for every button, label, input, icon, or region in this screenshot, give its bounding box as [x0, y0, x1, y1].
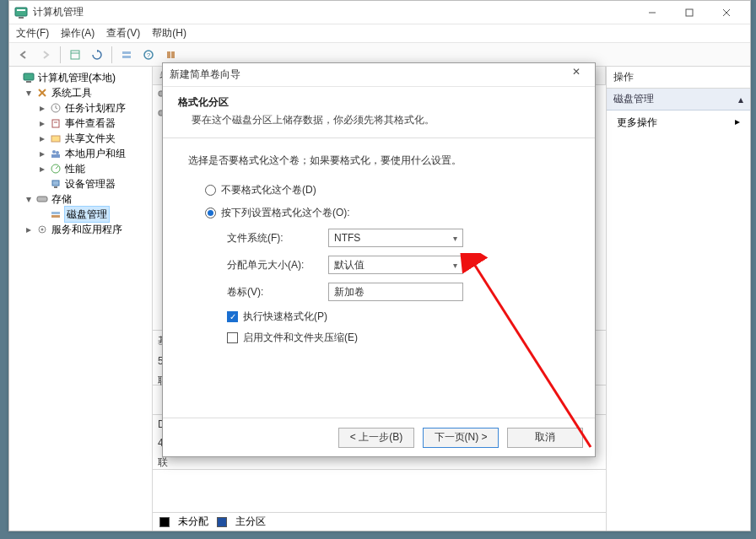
new-simple-volume-wizard: 新建简单卷向导 ✕ 格式化分区 要在这个磁盘分区上储存数据，你必须先将其格式化。…	[162, 62, 596, 457]
computer-icon	[23, 72, 35, 84]
storage-icon	[36, 193, 48, 205]
wizard-body: 选择是否要格式化这个卷；如果要格式化，要使用什么设置。 不要格式化这个卷(D) …	[163, 138, 595, 418]
actions-group-disk[interactable]: 磁盘管理 ▴	[607, 89, 750, 110]
checkbox-icon	[227, 332, 238, 343]
tree-system-tools[interactable]: ▾ 系统工具	[24, 85, 150, 100]
users-icon	[50, 148, 62, 159]
next-button[interactable]: 下一页(N) >	[423, 428, 499, 448]
menu-view[interactable]: 查看(V)	[106, 26, 140, 40]
performance-icon	[50, 163, 62, 175]
tree-storage[interactable]: ▾ 存储	[24, 191, 150, 207]
svg-rect-29	[51, 215, 60, 218]
wizard-titlebar: 新建简单卷向导 ✕	[163, 63, 595, 87]
svg-point-22	[56, 151, 59, 154]
tree-shared-folders[interactable]: ▸共享文件夹	[38, 131, 150, 146]
menu-help[interactable]: 帮助(H)	[152, 26, 186, 40]
toolbar-btn-3[interactable]	[117, 46, 136, 64]
tree-pane: 计算机管理(本地) ▾ 系统工具 ▸任务计划程序 ▸事件查看器 ▸共享文件夹 ▸…	[9, 67, 153, 531]
wizard-close-button[interactable]: ✕	[564, 66, 588, 84]
wizard-instruction: 选择是否要格式化这个卷；如果要格式化，要使用什么设置。	[188, 154, 570, 168]
actions-more[interactable]: 更多操作 ▸	[607, 110, 750, 135]
svg-rect-14	[171, 51, 175, 58]
cancel-button[interactable]: 取消	[507, 428, 583, 448]
svg-rect-15	[24, 73, 34, 80]
back-button[interactable]: < 上一步(B)	[338, 428, 414, 448]
svg-rect-16	[26, 81, 31, 83]
disk-mgmt-icon	[50, 208, 62, 220]
toolbar-btn-5[interactable]	[161, 46, 180, 64]
tree-root[interactable]: 计算机管理(本地)	[11, 70, 150, 85]
menubar: 文件(F) 操作(A) 查看(V) 帮助(H)	[9, 24, 750, 43]
tree-services[interactable]: ▸服务和应用程序	[24, 222, 150, 237]
alloc-combo[interactable]: 默认值 ▾	[328, 256, 463, 274]
legend: 未分配 主分区	[153, 512, 606, 531]
svg-rect-27	[37, 197, 47, 202]
tree-performance[interactable]: ▸性能	[38, 161, 150, 176]
svg-rect-23	[51, 154, 60, 158]
svg-rect-1	[17, 9, 25, 11]
chevron-down-icon: ▾	[453, 261, 457, 270]
legend-unallocated: 未分配	[178, 515, 208, 529]
radio-icon	[205, 208, 216, 218]
svg-rect-28	[51, 212, 60, 214]
titlebar: 计算机管理	[9, 1, 750, 24]
svg-rect-20	[51, 136, 60, 142]
help-icon[interactable]: ?	[139, 46, 158, 64]
volume-label-input[interactable]: 新加卷	[328, 283, 463, 301]
radio-icon	[205, 185, 216, 196]
fs-label: 文件系统(F):	[227, 231, 328, 245]
minimize-button[interactable]	[634, 1, 671, 24]
svg-rect-13	[167, 51, 170, 58]
svg-rect-0	[15, 8, 27, 16]
wizard-title-text: 新建简单卷向导	[170, 67, 564, 82]
chevron-right-icon: ▸	[735, 116, 740, 130]
tree-device-manager[interactable]: 设备管理器	[38, 176, 150, 191]
refresh-icon[interactable]	[88, 46, 106, 64]
nav-fwd-icon[interactable]	[36, 46, 55, 64]
chevron-up-icon: ▴	[738, 94, 743, 105]
alloc-label: 分配单元大小(A):	[227, 258, 328, 272]
tree-disk-management[interactable]: 磁盘管理	[38, 207, 150, 222]
enable-compression-checkbox[interactable]: 启用文件和文件夹压缩(E)	[227, 331, 570, 345]
radio-format[interactable]: 按下列设置格式化这个卷(O):	[205, 206, 570, 220]
tree-task-scheduler[interactable]: ▸任务计划程序	[38, 100, 150, 116]
legend-primary: 主分区	[235, 515, 266, 529]
svg-rect-7	[71, 51, 79, 59]
maximize-button[interactable]	[671, 1, 708, 24]
svg-point-31	[41, 229, 44, 231]
menu-file[interactable]: 文件(F)	[16, 26, 49, 40]
radio-no-format[interactable]: 不要格式化这个卷(D)	[205, 183, 570, 197]
close-button[interactable]	[708, 1, 745, 24]
clock-icon	[50, 102, 62, 114]
svg-text:?: ?	[147, 51, 151, 59]
svg-rect-9	[122, 51, 131, 54]
wizard-header-title: 格式化分区	[178, 95, 580, 110]
svg-rect-10	[122, 56, 131, 58]
checkbox-icon	[227, 311, 238, 322]
toolbar-btn-1[interactable]	[66, 46, 84, 64]
chevron-down-icon: ▾	[453, 234, 457, 243]
svg-rect-25	[52, 181, 59, 186]
wizard-footer: < 上一步(B) 下一页(N) > 取消	[163, 418, 595, 456]
wizard-header-sub: 要在这个磁盘分区上储存数据，你必须先将其格式化。	[178, 113, 580, 127]
tree-local-users[interactable]: ▸本地用户和组	[38, 146, 150, 161]
actions-pane: 操作 磁盘管理 ▴ 更多操作 ▸	[607, 67, 750, 531]
tools-icon	[36, 87, 48, 99]
folder-share-icon	[50, 132, 62, 144]
svg-rect-26	[54, 186, 57, 188]
services-icon	[36, 224, 48, 235]
alloc-value: 默认值	[334, 258, 364, 272]
app-icon	[14, 6, 28, 19]
svg-rect-18	[52, 120, 59, 127]
tree-event-viewer[interactable]: ▸事件查看器	[38, 116, 150, 131]
fs-combo[interactable]: NTFS ▾	[328, 229, 463, 247]
quick-format-checkbox[interactable]: 执行快速格式化(P)	[227, 310, 570, 324]
fs-value: NTFS	[334, 232, 360, 244]
svg-rect-4	[686, 9, 693, 16]
nav-back-icon[interactable]	[14, 46, 33, 64]
svg-point-21	[52, 150, 56, 154]
window-title: 计算机管理	[33, 5, 84, 19]
wizard-header: 格式化分区 要在这个磁盘分区上储存数据，你必须先将其格式化。	[163, 87, 595, 138]
menu-action[interactable]: 操作(A)	[61, 26, 94, 40]
svg-rect-2	[19, 17, 24, 19]
